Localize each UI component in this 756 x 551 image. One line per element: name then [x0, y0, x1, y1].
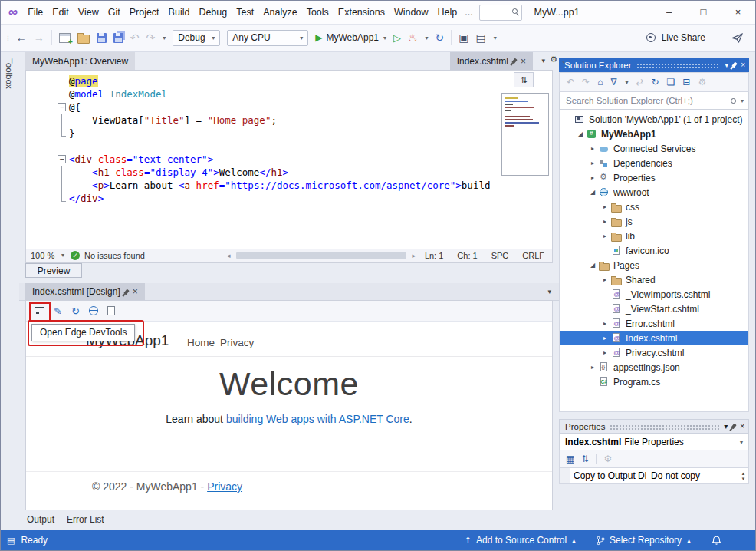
close-tab-icon[interactable]: × — [133, 286, 138, 297]
close-tab-icon[interactable]: × — [521, 56, 526, 67]
chevron-down-icon[interactable]: ▾ — [494, 35, 497, 41]
tree-item-wwwroot[interactable]: ◢wwwroot — [560, 185, 748, 200]
tree-item-mywebapp1[interactable]: ◢MyWebApp1 — [560, 127, 748, 141]
live-share-icon[interactable] — [646, 33, 656, 42]
hot-reload-dropdown-icon[interactable]: ▾ — [426, 35, 429, 41]
hot-reload-icon[interactable]: ♨ — [408, 32, 418, 43]
aspnet-core-link[interactable]: building Web apps with ASP.NET Core — [226, 413, 409, 425]
solution-search-input[interactable] — [564, 95, 727, 106]
preview-tab-button[interactable]: Preview — [25, 263, 82, 278]
expander-icon[interactable]: ◢ — [575, 130, 586, 137]
tree-item-appsettings-json[interactable]: ▸appsettings.json — [560, 360, 748, 374]
pin-icon[interactable] — [511, 58, 518, 64]
panel-drag-grip[interactable] — [636, 63, 721, 69]
save-icon[interactable] — [97, 33, 107, 43]
solution-explorer-header[interactable]: Solution Explorer ▾ × — [559, 58, 749, 72]
redo-dropdown-icon[interactable]: ▾ — [163, 35, 166, 41]
zoom-dropdown[interactable]: 100 %▾ — [28, 250, 67, 260]
tree-item--viewimports-cshtml[interactable]: _ViewImports.cshtml — [560, 287, 748, 302]
tab-error-list[interactable]: Error List — [67, 514, 104, 525]
issues-status-text[interactable]: No issues found — [84, 251, 145, 260]
menu-help[interactable]: Help — [432, 1, 462, 24]
solution-configurations-dropdown[interactable]: Debug▾ — [173, 30, 220, 46]
close-panel-icon[interactable]: × — [740, 422, 744, 431]
code-line-1[interactable]: @page — [26, 74, 552, 87]
footer-privacy-link[interactable]: Privacy — [207, 480, 242, 493]
tree-item-connected-services[interactable]: ▸Connected Services — [560, 141, 748, 156]
tree-item-pages[interactable]: ◢Pages — [560, 258, 748, 272]
close-panel-icon[interactable]: × — [741, 61, 745, 69]
design-dropdown-icon[interactable]: ▾ — [547, 288, 551, 295]
home-icon[interactable]: ⌂ — [597, 78, 603, 87]
minimap-scrollbar[interactable] — [501, 93, 549, 176]
background-tasks-icon[interactable]: ▤ — [7, 536, 15, 546]
tree-item-solution-mywebapp1-1-of-1-project-[interactable]: Solution 'MyWebApp1' (1 of 1 project) — [560, 112, 748, 127]
menu-test[interactable]: Test — [232, 1, 258, 24]
tree-item-css[interactable]: ▸css — [560, 200, 748, 214]
scrollbar-thumb[interactable] — [236, 252, 406, 259]
tree-item-lib[interactable]: ▸lib — [560, 229, 748, 243]
fold-collapse-icon[interactable]: − — [58, 155, 66, 163]
tab-output[interactable]: Output — [27, 514, 54, 525]
menu-tools[interactable]: Tools — [302, 1, 334, 24]
expander-icon[interactable]: ◢ — [587, 189, 598, 196]
live-share-label[interactable]: Live Share — [662, 32, 705, 43]
tree-item-error-cshtml[interactable]: ▸Error.cshtml — [560, 316, 748, 331]
scroll-right-icon[interactable]: ▸ — [412, 252, 416, 259]
tab-settings-gear-icon[interactable]: ⚙ — [550, 54, 557, 64]
menu-project[interactable]: Project — [125, 1, 164, 24]
horizontal-scrollbar[interactable]: ◂ ▸ — [227, 251, 416, 260]
expander-icon[interactable]: ◢ — [587, 262, 598, 269]
navigate-forward-icon[interactable]: → — [34, 32, 44, 43]
minimize-button[interactable]: – — [652, 1, 686, 24]
code-editor[interactable]: @page@model IndexModel−@{ ViewData["Titl… — [25, 70, 553, 250]
close-button[interactable]: × — [721, 1, 755, 24]
tab-index-cshtml-design[interactable]: Index.cshtml [Design] × — [25, 283, 145, 300]
expander-icon[interactable]: ▸ — [600, 335, 610, 341]
edit-html-icon[interactable]: ✎ — [54, 305, 62, 317]
menu-file[interactable]: File — [23, 1, 48, 24]
select-repository-button[interactable]: Select Repository ▲ — [597, 535, 692, 546]
search-options-icon[interactable]: ▾ — [741, 97, 744, 104]
code-line-8[interactable]: <h1 class="display-4">Welcome</h1> — [26, 166, 552, 179]
open-file-icon[interactable] — [77, 35, 90, 44]
expander-icon[interactable]: ▸ — [600, 320, 610, 327]
menu-edit[interactable]: Edit — [48, 1, 74, 24]
menu-overflow-button[interactable]: ... — [462, 7, 475, 18]
expander-icon[interactable]: ▸ — [587, 145, 598, 152]
expander-icon[interactable]: ▸ — [600, 276, 610, 283]
tree-item-privacy-cshtml[interactable]: ▸Privacy.cshtml — [560, 345, 748, 360]
spaces-indicator[interactable]: SPC — [491, 251, 509, 260]
code-line-10[interactable]: </div> — [26, 192, 552, 205]
menu-extensions[interactable]: Extensions — [334, 1, 390, 24]
property-name-cell[interactable]: Copy to Output Dir — [570, 468, 646, 483]
grid-scrollbar[interactable]: ▲▼ — [738, 468, 748, 483]
window-position-icon[interactable]: ▾ — [724, 422, 728, 431]
code-line-7[interactable]: −<div class="text-center"> — [26, 153, 552, 166]
toolbar-grip[interactable]: ⁞ — [7, 34, 9, 42]
find-in-files-icon[interactable]: ▣ — [459, 32, 468, 43]
menu-build[interactable]: Build — [164, 1, 195, 24]
panel-drag-grip[interactable] — [610, 424, 719, 431]
line-ending-indicator[interactable]: CRLF — [522, 251, 544, 260]
editor-options-icon[interactable]: ▤ — [476, 32, 486, 43]
property-pages-icon[interactable]: ⚙ — [603, 454, 612, 464]
maximize-button[interactable]: □ — [686, 1, 721, 24]
properties-object-dropdown[interactable]: Index.cshtml File Properties ▾ — [559, 434, 749, 450]
refresh-icon[interactable]: ↻ — [436, 32, 445, 43]
start-debugging-button[interactable]: ▶ MyWebApp1 ▾ — [315, 32, 386, 43]
expander-icon[interactable]: ▸ — [587, 174, 598, 181]
split-editor-button[interactable]: ⇅ — [514, 72, 534, 87]
quick-search-box[interactable] — [479, 5, 522, 21]
start-without-debugging-icon[interactable]: ▷ — [393, 33, 401, 43]
save-all-icon[interactable] — [113, 33, 123, 43]
expander-icon[interactable]: ▸ — [600, 203, 610, 210]
redo-icon[interactable]: ↷ — [146, 32, 156, 43]
nav-privacy-link[interactable]: Privacy — [220, 337, 254, 348]
document-page-icon[interactable] — [107, 306, 115, 315]
filter-icon[interactable]: ∇ — [610, 78, 616, 87]
scroll-left-icon[interactable]: ◂ — [227, 252, 231, 259]
code-line-9[interactable]: <p>Learn about <a href="https://docs.mic… — [26, 179, 552, 192]
menu-debug[interactable]: Debug — [194, 1, 232, 24]
menu-window[interactable]: Window — [390, 1, 432, 24]
